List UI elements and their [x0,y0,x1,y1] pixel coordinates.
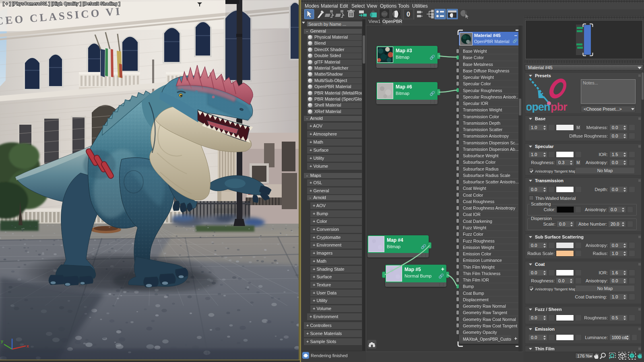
svg-text:y: y [1,339,4,343]
svg-text:[ + ] [PhysCamera001 ] [High Q: [ + ] [PhysCamera001 ] [High Quality ] [… [3,1,120,6]
svg-text:x: x [27,343,29,348]
